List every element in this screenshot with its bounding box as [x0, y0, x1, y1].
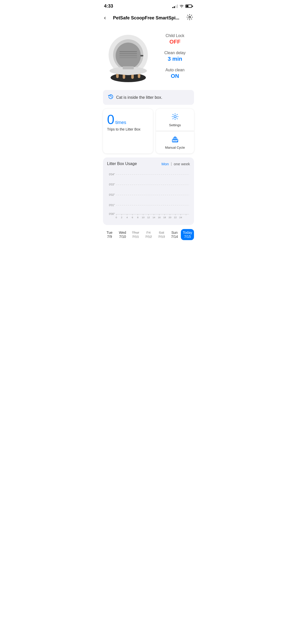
day-name-thu: Thur	[130, 231, 141, 235]
trips-card: 0 times Trips to the Litter Box	[103, 109, 153, 153]
status-bar: 4:33	[99, 0, 198, 11]
svg-rect-11	[119, 55, 137, 56]
day-item-thu[interactable]: Thur7/11	[129, 229, 142, 240]
chart-filter: Mon | one week	[161, 162, 190, 166]
auto-clean-stat: Auto clean ON	[156, 68, 194, 79]
battery-icon	[185, 5, 193, 8]
day-item-wed[interactable]: Wed7/10	[116, 229, 129, 240]
day-name-today: Today	[182, 231, 193, 235]
settings-label: Settings	[169, 123, 181, 127]
svg-text:16: 16	[158, 216, 161, 219]
right-action-cards: Settings Manual Cycle	[156, 109, 194, 153]
settings-icon-button[interactable]	[185, 13, 194, 23]
device-section: Child Lock OFF Clean delay 3 min Auto cl…	[99, 26, 198, 90]
svg-text:0'04": 0'04"	[109, 173, 115, 176]
day-date-today: 7/15	[182, 235, 193, 239]
day-item-today[interactable]: Today7/15	[181, 229, 194, 240]
trips-label: Trips to the Litter Box	[107, 127, 149, 132]
svg-text:0'03": 0'03"	[109, 183, 115, 186]
settings-card-icon	[171, 113, 179, 122]
chart-section: Litter Box Usage Mon | one week 0'04" 0'…	[103, 157, 194, 225]
back-button[interactable]: ‹	[103, 14, 107, 22]
device-stats: Child Lock OFF Clean delay 3 min Auto cl…	[153, 28, 194, 85]
svg-text:18: 18	[163, 216, 166, 219]
settings-card[interactable]: Settings	[156, 109, 194, 131]
day-date-fri: 7/12	[143, 235, 154, 239]
status-icons	[172, 5, 193, 8]
auto-clean-value: ON	[156, 73, 194, 79]
svg-rect-9	[119, 51, 137, 52]
trips-count: 0 times	[107, 113, 149, 126]
chart-filter-mon[interactable]: Mon	[161, 162, 169, 166]
svg-rect-15	[140, 55, 143, 56]
svg-text:0'00": 0'00"	[109, 212, 115, 215]
day-date-sun: 7/14	[169, 235, 180, 239]
manual-cycle-label: Manual Cycle	[165, 146, 185, 149]
auto-clean-label: Auto clean	[156, 68, 194, 72]
history-icon	[108, 94, 114, 101]
status-time: 4:33	[104, 4, 113, 9]
day-name-fri: Fri	[143, 231, 154, 235]
child-lock-value: OFF	[156, 39, 194, 45]
header: ‹ PetSafe ScoopFree SmartSpi...	[99, 11, 198, 26]
day-date-tue: 7/9	[104, 235, 115, 239]
status-text: Cat is inside the litter box.	[116, 95, 162, 100]
day-date-sat: 7/13	[156, 235, 167, 239]
manual-cycle-icon	[171, 135, 179, 145]
svg-text:6: 6	[132, 216, 133, 219]
device-image	[103, 28, 153, 84]
svg-rect-10	[119, 53, 137, 54]
chart-filter-divider: |	[171, 162, 172, 166]
clean-delay-stat: Clean delay 3 min	[156, 51, 194, 62]
svg-text:2: 2	[121, 216, 122, 219]
manual-cycle-card[interactable]: Manual Cycle	[156, 131, 194, 153]
child-lock-stat: Child Lock OFF	[156, 34, 194, 45]
chart-header: Litter Box Usage Mon | one week	[107, 162, 190, 166]
svg-text:4: 4	[126, 216, 128, 219]
svg-text:0: 0	[116, 216, 117, 219]
svg-text:22: 22	[174, 216, 177, 219]
day-date-wed: 7/10	[117, 235, 128, 239]
chart-filter-week[interactable]: one week	[174, 162, 190, 166]
clean-delay-value: 3 min	[156, 56, 194, 62]
day-item-sat[interactable]: Sat7/13	[155, 229, 168, 240]
day-item-fri[interactable]: Fri7/12	[142, 229, 155, 240]
trips-unit: times	[115, 120, 126, 125]
day-name-sat: Sat	[156, 231, 167, 235]
svg-rect-12	[119, 57, 137, 58]
svg-text:14: 14	[152, 216, 155, 219]
day-item-sun[interactable]: Sun7/14	[168, 229, 181, 240]
svg-point-16	[174, 116, 176, 118]
clean-delay-label: Clean delay	[156, 51, 194, 55]
day-selector: Tue7/9Wed7/10Thur7/11Fri7/12Sat7/13Sun7/…	[103, 229, 194, 240]
day-name-sun: Sun	[169, 231, 180, 235]
wifi-icon	[179, 5, 184, 8]
signal-icon	[172, 5, 178, 8]
svg-text:24: 24	[179, 216, 182, 219]
day-item-tue[interactable]: Tue7/9	[103, 229, 116, 240]
svg-point-0	[189, 16, 191, 18]
svg-rect-14	[123, 66, 134, 69]
status-banner: Cat is inside the litter box.	[103, 90, 194, 105]
chart-title: Litter Box Usage	[107, 162, 137, 166]
svg-text:0'02": 0'02"	[109, 193, 115, 196]
svg-text:8: 8	[137, 216, 138, 219]
day-date-thu: 7/11	[130, 235, 141, 239]
svg-text:12: 12	[147, 216, 150, 219]
page-title: PetSafe ScoopFree SmartSpi...	[107, 15, 185, 21]
svg-text:20: 20	[169, 216, 171, 219]
day-name-wed: Wed	[117, 231, 128, 235]
action-cards: 0 times Trips to the Litter Box Settings	[103, 109, 194, 153]
trips-number: 0	[107, 113, 114, 126]
usage-chart: 0'04" 0'03" 0'02" 0'01" 0'00" 0 2 4 6 8 …	[107, 170, 190, 220]
svg-text:0'01": 0'01"	[109, 204, 115, 207]
child-lock-label: Child Lock	[156, 34, 194, 38]
day-name-tue: Tue	[104, 231, 115, 235]
svg-text:10: 10	[142, 216, 145, 219]
